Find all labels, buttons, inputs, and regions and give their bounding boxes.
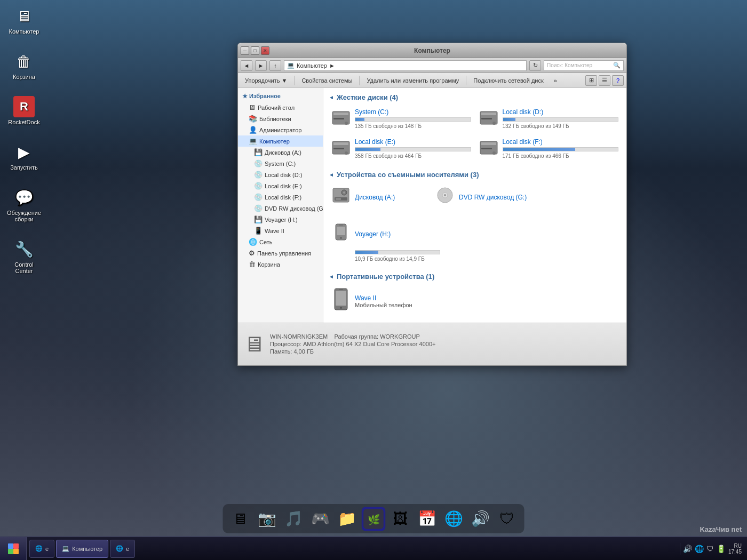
taskbar-ie[interactable]: 🌐 e bbox=[29, 540, 54, 558]
localF-sidebar-icon: 💿 bbox=[254, 193, 263, 201]
sidebar-item-sysC[interactable]: 💿 System (C:) bbox=[238, 158, 323, 169]
content-area: Жесткие диски (4) System (C: bbox=[323, 88, 626, 323]
organize-button[interactable]: Упорядочить ▼ bbox=[241, 75, 291, 86]
taskbar-ie2[interactable]: 🌐 e bbox=[110, 540, 135, 558]
tray-icon-3[interactable]: 🛡 bbox=[706, 545, 714, 553]
dock-item-3[interactable]: 🎵 bbox=[282, 507, 306, 531]
sidebar-item-admin[interactable]: 👤 Администратор bbox=[238, 124, 323, 135]
rocketdock-label: RocketDock bbox=[8, 119, 39, 125]
device-driveA[interactable]: Дисковод (A:) bbox=[329, 183, 425, 212]
uninstall-button[interactable]: Удалить или изменить программу bbox=[362, 75, 463, 86]
hard-drives-grid: System (C:) 135 ГБ свободно из 148 ГБ bbox=[329, 106, 621, 163]
sidebar-item-dvdG[interactable]: 💿 DVD RW дисковод (G: bbox=[238, 203, 323, 214]
sidebar-item-computer[interactable]: 💻 Компьютер bbox=[238, 135, 323, 147]
tray-icon-4[interactable]: 🔋 bbox=[717, 545, 726, 553]
maximize-button[interactable]: □ bbox=[251, 46, 259, 55]
dock-item-9[interactable]: 🌐 bbox=[442, 507, 466, 531]
taskbar-computer-icon: 💻 bbox=[62, 545, 69, 552]
tray-icon-1[interactable]: 🔊 bbox=[683, 545, 692, 553]
search-field[interactable]: Поиск: Компьютер 🔍 bbox=[544, 60, 624, 71]
sidebar-item-desktop[interactable]: 🖥 Рабочий стол bbox=[238, 102, 323, 113]
sidebar-item-libraries[interactable]: 📚 Библиотеки bbox=[238, 113, 323, 124]
sysC-sidebar-icon: 💿 bbox=[254, 159, 263, 167]
sidebar-item-recycle-bin[interactable]: 🗑 Корзина bbox=[238, 259, 323, 270]
desktop-icon-discuss[interactable]: 💬 Обсуждение сборки bbox=[5, 187, 43, 222]
svg-rect-35 bbox=[8, 543, 13, 549]
drive-localD[interactable]: Local disk (D:) 132 ГБ свободно из 149 Г… bbox=[476, 106, 622, 133]
device-voyagerH[interactable]: Voyager (H:) 10,9 ГБ свободно из 14,9 ГБ bbox=[329, 220, 443, 265]
svg-point-20 bbox=[343, 191, 345, 194]
sidebar-item-localD[interactable]: 💿 Local disk (D:) bbox=[238, 169, 323, 180]
svg-point-14 bbox=[492, 151, 496, 155]
dock-item-7[interactable]: 🖼 bbox=[388, 507, 412, 531]
dock-item-5[interactable]: 📁 bbox=[335, 507, 359, 531]
view-icon-button[interactable]: ⊞ bbox=[585, 75, 597, 86]
voyagerH-device-name: Voyager (H:) bbox=[355, 230, 391, 238]
help-button[interactable]: ? bbox=[612, 75, 624, 86]
address-path: Компьютер bbox=[297, 62, 327, 69]
window-titlebar: ─ □ ✕ Компьютер bbox=[238, 43, 626, 58]
close-button[interactable]: ✕ bbox=[261, 46, 269, 55]
desktop-icon-rocketdock[interactable]: R RocketDock bbox=[5, 96, 43, 125]
waveII-device-info: Wave II Мобильный телефон bbox=[355, 294, 412, 308]
dvdG-device-icon bbox=[435, 186, 455, 209]
more-button[interactable]: » bbox=[550, 75, 561, 86]
start-button[interactable] bbox=[0, 537, 27, 561]
connect-net-button[interactable]: Подключить сетевой диск bbox=[469, 75, 547, 86]
desktop-icon-recycle[interactable]: 🗑 Корзина bbox=[5, 51, 43, 80]
voyagerH-sidebar-icon: 💾 bbox=[254, 215, 263, 223]
admin-sidebar-label: Администратор bbox=[259, 127, 301, 133]
device-waveII[interactable]: Wave II Мобильный телефон bbox=[329, 285, 425, 318]
processor-info: Процессор: AMD Athlon(tm) 64 X2 Dual Cor… bbox=[270, 341, 435, 347]
sidebar-item-control-panel[interactable]: ⚙ Панель управления bbox=[238, 247, 323, 259]
svg-rect-15 bbox=[481, 148, 492, 149]
sidebar-item-localF[interactable]: 💿 Local disk (F:) bbox=[238, 191, 323, 203]
sidebar-item-voyagerH[interactable]: 💾 Voyager (H:) bbox=[238, 214, 323, 225]
sidebar-item-localE[interactable]: 💿 Local disk (E:) bbox=[238, 180, 323, 191]
forward-button[interactable]: ► bbox=[255, 60, 267, 71]
sidebar-item-driveA[interactable]: 💾 Дисковод (A:) bbox=[238, 147, 323, 158]
taskbar-computer[interactable]: 💻 Компьютер bbox=[56, 540, 108, 558]
localE-sidebar-icon: 💿 bbox=[254, 182, 263, 190]
control-sidebar-icon: ⚙ bbox=[249, 249, 255, 257]
discuss-label: Обсуждение сборки bbox=[5, 210, 43, 222]
removable-header: Устройства со съемными носителями (3) bbox=[329, 171, 621, 179]
system-props-button[interactable]: Свойства системы bbox=[297, 75, 356, 86]
tray-icon-2[interactable]: 🌐 bbox=[695, 545, 704, 553]
localE-bar-fill bbox=[355, 148, 380, 151]
refresh-button[interactable]: ↻ bbox=[529, 60, 541, 71]
localD-icon bbox=[479, 108, 498, 130]
svg-rect-18 bbox=[336, 198, 341, 200]
desktop-icon-computer[interactable]: 🖥 Компьютер bbox=[5, 5, 43, 35]
sidebar-item-waveII[interactable]: 📱 Wave II bbox=[238, 225, 323, 236]
localF-bar-bg bbox=[503, 147, 619, 151]
drive-localF[interactable]: Local disk (F:) 171 ГБ свободно из 466 Г… bbox=[476, 135, 622, 163]
up-button[interactable]: ↑ bbox=[269, 60, 281, 71]
drive-localE[interactable]: Local disk (E:) 358 ГБ свободно из 464 Г… bbox=[329, 135, 474, 163]
taskbar-items: 🌐 e 💻 Компьютер 🌐 e bbox=[27, 540, 680, 558]
minimize-button[interactable]: ─ bbox=[241, 46, 249, 55]
computer-sidebar-icon: 💻 bbox=[249, 137, 257, 145]
sysC-sidebar-label: System (C:) bbox=[265, 161, 296, 167]
ie-icon: 🌐 bbox=[35, 545, 43, 552]
computer-sidebar-label: Компьютер bbox=[259, 138, 290, 145]
view-list-button[interactable]: ☰ bbox=[599, 75, 610, 86]
dock-item-8[interactable]: 📅 bbox=[415, 507, 439, 531]
dock-item-11[interactable]: 🛡 bbox=[495, 507, 519, 531]
dock-item-4[interactable]: 🎮 bbox=[308, 507, 332, 531]
svg-rect-37 bbox=[8, 549, 13, 554]
desktop-icon-control[interactable]: 🔧 Control Center bbox=[5, 238, 43, 274]
dock-item-1[interactable]: 🖥 bbox=[228, 507, 252, 531]
clock-time: 17:45 bbox=[728, 549, 742, 555]
dock-item-6[interactable]: 🌿 bbox=[362, 507, 386, 531]
device-dvdG[interactable]: DVD RW дисковод (G:) bbox=[433, 183, 529, 212]
desktop-icon-run[interactable]: ▶ Запустить bbox=[5, 141, 43, 171]
voyagerH-size: 10,9 ГБ свободно из 14,9 ГБ bbox=[355, 256, 440, 262]
sidebar-item-network[interactable]: 🌐 Сеть bbox=[238, 236, 323, 247]
dock-item-10[interactable]: 🔊 bbox=[468, 507, 492, 531]
localF-sidebar-label: Local disk (F:) bbox=[265, 194, 301, 201]
dock-item-2[interactable]: 📷 bbox=[255, 507, 279, 531]
back-button[interactable]: ◄ bbox=[241, 60, 252, 71]
drive-sysC[interactable]: System (C:) 135 ГБ свободно из 148 ГБ bbox=[329, 106, 474, 133]
address-field[interactable]: 💻 Компьютер ► bbox=[284, 60, 527, 71]
